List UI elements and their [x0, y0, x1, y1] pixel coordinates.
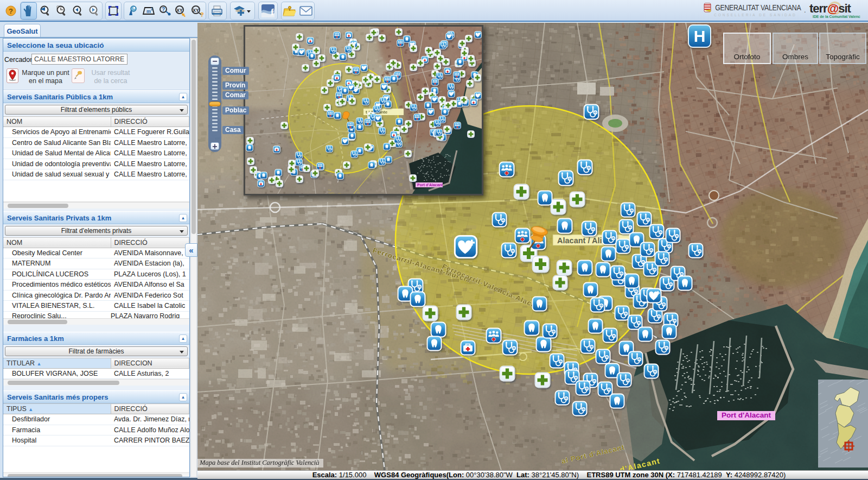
svg-text:GENERALITAT VALENCIANA: GENERALITAT VALENCIANA	[715, 3, 801, 12]
svg-text:m: m	[146, 9, 151, 14]
svg-text:?: ?	[200, 11, 204, 17]
svg-text:.: .	[804, 6, 806, 14]
svg-text:2: 2	[151, 7, 153, 11]
svg-text:Port d'Alacant: Port d'Alacant	[417, 183, 443, 187]
svg-text:terr@sit: terr@sit	[809, 2, 851, 15]
svg-text:CONSELLERIA DE SANIDAD: CONSELLERIA DE SANIDAD	[714, 13, 797, 17]
svg-text:f: f	[271, 7, 274, 17]
svg-text:XY: XY	[176, 8, 183, 13]
svg-text:?: ?	[162, 7, 165, 12]
svg-text:XY: XY	[193, 8, 199, 13]
svg-text:IDE de la Comunitat Valenciana: IDE de la Comunitat Valenciana	[813, 15, 860, 18]
svg-text:?: ?	[9, 7, 13, 15]
